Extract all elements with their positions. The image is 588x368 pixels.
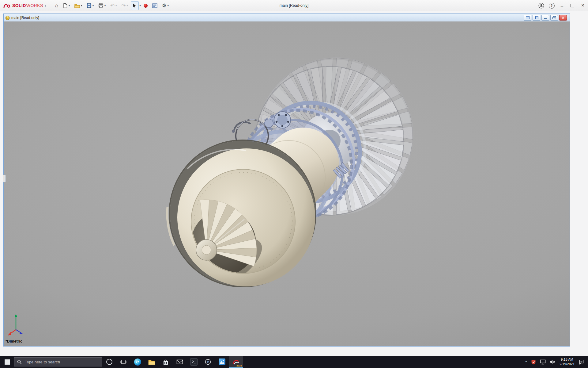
edge-icon: e xyxy=(134,358,141,366)
store-icon xyxy=(162,359,169,365)
pane-left-icon xyxy=(526,16,530,19)
doc-close-button[interactable]: × xyxy=(559,15,567,21)
terminal-icon xyxy=(190,358,198,366)
graphics-viewport[interactable]: *Dimetric xyxy=(4,21,570,346)
app-maximize-button[interactable] xyxy=(567,0,578,11)
solidworks-year-badge: 2021 xyxy=(236,364,242,367)
clock-time: 9:15 AM xyxy=(560,357,575,362)
mail-button[interactable] xyxy=(173,356,187,368)
quick-access-toolbar: ⌂ ▾ ▾ ▾ ▾ ↶▾ xyxy=(53,1,171,10)
select-cursor-icon xyxy=(133,3,137,8)
app-minimize-button[interactable]: – xyxy=(557,0,567,11)
volume-muted-icon[interactable] xyxy=(550,359,556,364)
document-window-controls: × xyxy=(524,15,568,21)
help-button[interactable]: ? xyxy=(546,0,557,11)
security-shield-icon[interactable] xyxy=(531,359,536,365)
pane-toggle-button-2[interactable] xyxy=(533,15,540,21)
edge-button[interactable]: e xyxy=(130,356,145,368)
action-center-icon[interactable] xyxy=(579,359,584,365)
undo-button[interactable]: ↶▾ xyxy=(108,1,119,10)
open-document-button[interactable]: ▾ xyxy=(73,1,84,10)
menu-expand-arrow[interactable]: ▸ xyxy=(45,4,47,7)
clock-date: 2/19/2021 xyxy=(560,362,575,366)
dassault-systemes-logo-icon xyxy=(3,3,11,8)
tray-expand-button[interactable]: ^ xyxy=(525,360,527,364)
search-icon xyxy=(17,360,22,364)
minimize-icon xyxy=(544,18,547,19)
app-close-button[interactable]: × xyxy=(578,0,588,11)
solidworks-logo[interactable]: SOLIDWORKS xyxy=(3,3,43,8)
mail-icon xyxy=(176,359,183,365)
select-tool-caret[interactable]: ▾ xyxy=(140,4,141,7)
view-orientation-label: *Dimetric xyxy=(6,339,22,343)
front-casing xyxy=(177,148,315,299)
cortana-icon xyxy=(106,359,112,365)
task-view-button[interactable] xyxy=(116,356,130,368)
brand-text-works: WORKS xyxy=(26,3,43,8)
pane-toggle-button-1[interactable] xyxy=(524,15,531,21)
account-button[interactable] xyxy=(536,0,546,11)
task-pane-button[interactable] xyxy=(150,1,159,10)
media-player-icon xyxy=(205,358,211,365)
select-tool-button[interactable] xyxy=(131,1,139,10)
open-folder-icon xyxy=(74,3,80,8)
maximize-icon xyxy=(571,4,574,7)
photos-button[interactable] xyxy=(215,356,229,368)
photos-icon xyxy=(219,358,225,365)
file-explorer-icon xyxy=(148,359,155,365)
display-network-icon[interactable] xyxy=(540,359,546,365)
document-window: main [Read-only] × xyxy=(3,13,570,347)
solidworks-taskbar-button[interactable]: 2021 xyxy=(229,356,243,368)
taskbar-search[interactable] xyxy=(14,357,102,366)
save-button[interactable]: ▾ xyxy=(85,1,96,10)
save-floppy-icon xyxy=(87,3,92,8)
app-titlebar: SOLIDWORKS ▸ ⌂ ▾ ▾ ▾ xyxy=(0,0,588,11)
task-pane-icon xyxy=(152,3,157,8)
search-input[interactable] xyxy=(24,359,99,365)
pane-split-icon xyxy=(535,16,538,19)
windows-logo-icon xyxy=(5,359,10,365)
redo-button[interactable]: ↷▾ xyxy=(119,1,130,10)
start-button[interactable] xyxy=(0,356,14,368)
media-player-button[interactable] xyxy=(201,356,215,368)
print-button[interactable]: ▾ xyxy=(96,1,107,10)
app-window-controls: ? – × xyxy=(536,0,588,11)
home-button[interactable]: ⌂ xyxy=(53,1,60,10)
new-document-icon xyxy=(63,3,68,8)
mouse-gestures-button[interactable] xyxy=(142,1,149,10)
restore-icon xyxy=(552,16,556,19)
feature-pane-collapse-tab[interactable] xyxy=(3,174,6,182)
terminal-button[interactable] xyxy=(187,356,201,368)
document-titlebar[interactable]: main [Read-only] × xyxy=(4,14,570,22)
options-button[interactable]: ⚙▾ xyxy=(160,1,171,10)
store-button[interactable] xyxy=(159,356,173,368)
new-document-button[interactable]: ▾ xyxy=(61,1,72,10)
app-title: main [Read-only] xyxy=(280,0,309,11)
brand-text-solid: SOLID xyxy=(12,3,26,8)
file-explorer-button[interactable] xyxy=(145,356,159,368)
system-tray: ^ 9:15 AM 2/19/2021 xyxy=(521,356,588,368)
document-title: main [Read-only] xyxy=(11,16,39,20)
red-sphere-icon xyxy=(144,4,148,8)
taskbar: e xyxy=(0,356,588,368)
taskbar-clock[interactable]: 9:15 AM 2/19/2021 xyxy=(560,357,575,366)
doc-restore-button[interactable] xyxy=(550,15,558,21)
cortana-button[interactable] xyxy=(102,356,116,368)
printer-icon xyxy=(98,3,104,8)
task-view-icon xyxy=(120,359,126,365)
solidworks-app-icon: 2021 xyxy=(232,358,240,366)
user-account-icon xyxy=(538,3,544,9)
jet-engine-3d-model xyxy=(4,21,570,346)
assembly-document-icon xyxy=(5,16,10,20)
doc-minimize-button[interactable] xyxy=(541,15,549,21)
orientation-triad xyxy=(8,314,23,335)
